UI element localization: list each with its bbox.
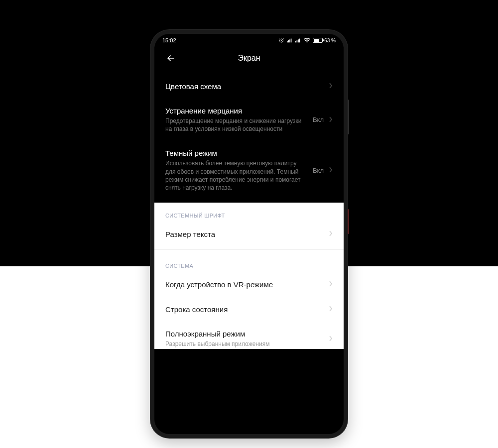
svg-rect-7: [298, 39, 299, 42]
row-flicker[interactable]: Устранение мерцания Предотвращение мерца…: [154, 99, 344, 141]
battery-pct: 63 %: [324, 38, 336, 43]
phone-frame: 15:02 63 %: [150, 30, 348, 438]
power-button: [348, 209, 349, 234]
chevron-right-icon: [329, 229, 333, 238]
section-header-system: СИСТЕМА: [154, 253, 344, 272]
chevron-right-icon: [329, 335, 333, 343]
row-fullscreen[interactable]: Полноэкранный режим Разрешить выбранным …: [154, 322, 344, 349]
row-title: Цветовая схема: [165, 82, 324, 91]
svg-rect-8: [299, 39, 300, 43]
row-color-scheme[interactable]: Цветовая схема: [154, 74, 344, 99]
signal-icon-2: [295, 38, 301, 43]
row-text-size[interactable]: Размер текста: [154, 222, 344, 246]
chevron-right-icon: [329, 280, 333, 289]
section-header-font: СИСТЕМНЫЙ ШРИФТ: [154, 203, 344, 222]
light-section: СИСТЕМНЫЙ ШРИФТ Размер текста СИСТЕМА Ко…: [154, 203, 344, 349]
row-desc: Использовать более темную цветовую палит…: [165, 159, 308, 192]
status-bar: 15:02 63 %: [154, 34, 344, 47]
svg-rect-3: [289, 39, 290, 42]
alarm-icon: [278, 37, 284, 43]
row-desc: Предотвращение мерцания и снижение нагру…: [165, 117, 308, 133]
row-title: Строка состояния: [165, 305, 324, 314]
settings-content: Цветовая схема Устранение мерцания Предо…: [154, 74, 344, 434]
row-dark-mode[interactable]: Темный режим Использовать более темную ц…: [154, 141, 344, 203]
signal-icon: [287, 38, 293, 43]
row-value: Вкл: [313, 116, 324, 123]
svg-rect-6: [297, 40, 298, 42]
wifi-icon: [304, 38, 310, 43]
back-button[interactable]: [164, 52, 177, 65]
chevron-right-icon: [329, 82, 333, 91]
dark-section: Цветовая схема Устранение мерцания Предо…: [154, 74, 344, 203]
page-title: Экран: [154, 54, 344, 63]
divider: [154, 249, 344, 250]
volume-button: [348, 100, 349, 134]
row-title: Темный режим: [165, 149, 308, 157]
svg-rect-5: [295, 41, 296, 43]
row-title: Когда устройство в VR-режиме: [165, 280, 324, 289]
status-time: 15:02: [162, 37, 176, 43]
row-title: Размер текста: [165, 230, 324, 238]
svg-rect-4: [291, 39, 292, 43]
row-title: Устранение мерцания: [165, 107, 308, 115]
svg-rect-2: [288, 40, 289, 42]
battery-indicator: 63 %: [313, 38, 336, 43]
chevron-right-icon: [329, 115, 333, 124]
page-header: Экран: [154, 47, 344, 74]
svg-rect-1: [287, 41, 288, 43]
row-status-bar[interactable]: Строка состояния: [154, 297, 344, 322]
row-title: Полноэкранный режим: [165, 330, 324, 338]
chevron-right-icon: [329, 305, 333, 314]
row-desc: Разрешить выбранным приложениям: [165, 340, 324, 348]
phone-screen: 15:02 63 %: [154, 34, 344, 434]
row-value: Вкл: [313, 167, 324, 174]
row-vr-mode[interactable]: Когда устройство в VR-режиме: [154, 272, 344, 297]
chevron-right-icon: [329, 166, 333, 175]
